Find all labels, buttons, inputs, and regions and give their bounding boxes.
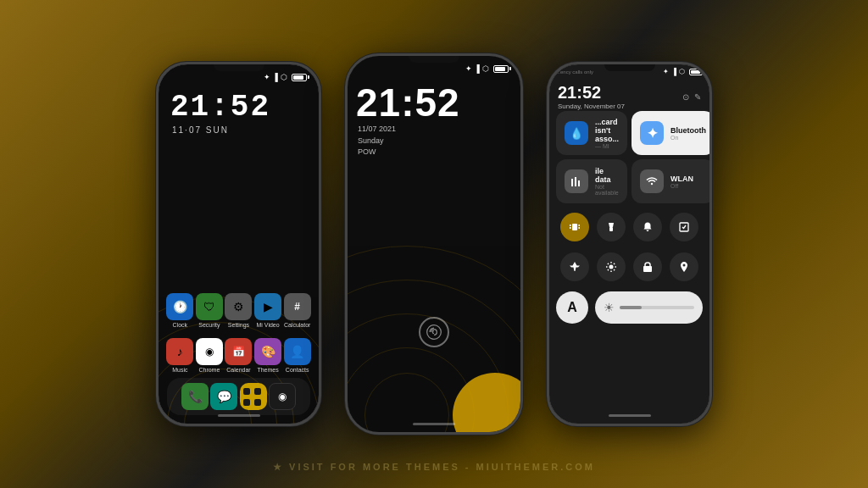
icon-grid-row-2 <box>556 252 703 281</box>
tile-bluetooth[interactable]: ✦ Bluetooth On <box>632 111 709 155</box>
app-chrome[interactable]: ◉ Chrome <box>195 338 224 373</box>
bottom-controls: A ☀ <box>556 291 703 324</box>
svg-rect-6 <box>570 227 571 229</box>
home-bar-3 <box>609 414 651 417</box>
vibrate-btn[interactable] <box>560 213 589 241</box>
screenshot-btn[interactable] <box>670 213 698 241</box>
themes-icon: 🎨 <box>254 338 281 365</box>
home-bar-1 <box>218 414 260 417</box>
contacts-icon: 👤 <box>284 338 311 365</box>
bell-btn[interactable] <box>633 213 662 241</box>
app-contacts[interactable]: 👤 Contacts <box>283 338 312 373</box>
fingerprint-icon[interactable] <box>419 317 449 347</box>
location-btn[interactable] <box>670 252 698 281</box>
mobiledata-icon <box>565 169 588 193</box>
clock-label: Clock <box>173 322 188 328</box>
accessibility-btn[interactable]: A <box>556 291 588 324</box>
signal-icon-1: ▐ <box>273 73 278 81</box>
lock-btn[interactable] <box>633 252 662 281</box>
calendar-label: Calendar <box>226 367 250 373</box>
tile-bluetooth-subtitle: On <box>670 135 706 141</box>
dock-phone[interactable]: 📞 <box>181 383 209 410</box>
phone2-date-line3: POW <box>358 147 396 158</box>
app-music[interactable]: ♪ Music <box>165 338 194 373</box>
app-themes[interactable]: 🎨 Themes <box>253 338 282 373</box>
mivideo-label: Mi Video <box>257 322 280 328</box>
svg-rect-8 <box>578 227 580 229</box>
wifi-icon-1: ⬡ <box>281 73 287 81</box>
battery-icon-2 <box>493 65 509 73</box>
app-settings[interactable]: ⚙ Settings <box>224 293 253 328</box>
calc-label: Calculator <box>284 322 311 328</box>
phone-1: ✦ ▐ ⬡ 21:52 11·07 SUN 🕐 Clock 🛡 Security <box>156 62 321 426</box>
tile-wlan[interactable]: WLAN Off <box>632 159 709 203</box>
tile-mobiledata[interactable]: ile data Not available <box>556 159 627 203</box>
settings-label: Settings <box>228 322 249 328</box>
phone1-date: 11·07 SUN <box>172 125 229 135</box>
status-icons-3: ✦ ▐ ⬡ <box>663 68 703 75</box>
phone3-time: 21:52 <box>558 83 625 103</box>
svg-line-18 <box>614 269 615 270</box>
phone2-time: 21:52 <box>356 80 460 125</box>
app-mivideo[interactable]: ▶ Mi Video <box>253 293 282 328</box>
tile-bluetooth-text: Bluetooth On <box>670 126 706 141</box>
bluetooth-icon-2: ✦ <box>465 64 472 73</box>
folder-icon <box>240 383 267 410</box>
svg-rect-21 <box>643 266 652 272</box>
tile-card[interactable]: 💧 ...card isn't asso... — MI <box>556 111 627 155</box>
svg-marker-9 <box>609 223 614 227</box>
icon-grid-row-1 <box>556 213 703 241</box>
app-grid-1: 🕐 Clock 🛡 Security ⚙ Settings ▶ Mi Video… <box>159 293 319 373</box>
svg-rect-7 <box>578 225 580 226</box>
security-label: Security <box>198 322 220 328</box>
battery-icon-3 <box>689 69 703 75</box>
airplane-btn[interactable] <box>560 252 589 281</box>
tile-mobiledata-text: ile data Not available <box>595 167 619 196</box>
calc-icon: # <box>284 293 311 320</box>
phone2-date-block: 11/07 2021 Sunday POW <box>358 124 396 158</box>
battery-icon-1 <box>292 74 307 81</box>
tile-mobiledata-title: ile data <box>595 167 619 184</box>
brightness-bar[interactable]: ☀ <box>595 291 703 324</box>
card-icon: 💧 <box>565 121 588 145</box>
dock-folder[interactable] <box>239 383 268 410</box>
dock-1: 📞 💬 ◉ <box>167 378 310 415</box>
app-security[interactable]: 🛡 Security <box>195 293 224 328</box>
phone3-date: Sunday, November 07 <box>558 103 625 110</box>
tile-card-subtitle: — MI <box>595 143 619 149</box>
brightness-btn[interactable] <box>597 252 626 281</box>
app-row-2: ♪ Music ◉ Chrome 📅 Calendar 🎨 Themes 👤 <box>165 338 312 373</box>
music-label: Music <box>172 367 187 373</box>
bluetooth-icon-1: ✦ <box>264 73 270 81</box>
svg-rect-5 <box>570 225 571 226</box>
svg-point-12 <box>609 265 613 269</box>
calendar-icon: 📅 <box>225 338 252 365</box>
settings-icon: ⚙ <box>225 293 252 320</box>
chrome-label: Chrome <box>198 367 220 373</box>
tile-wlan-title: WLAN <box>670 175 706 183</box>
phone3-screen: ...ency calls only ✦ ▐ ⬡ 21:52 Sunday, N… <box>549 64 709 424</box>
signal-icon-3: ▐ <box>671 68 676 75</box>
dock-messages[interactable]: 💬 <box>209 383 238 410</box>
app-clock[interactable]: 🕐 Clock <box>165 293 194 328</box>
svg-rect-2 <box>578 180 580 186</box>
phone2-screen: ✦ ▐ ⬡ 21:52 11/07 2021 Sunday POW <box>348 56 520 432</box>
security-icon: 🛡 <box>196 293 223 320</box>
flashlight-btn[interactable] <box>597 213 626 241</box>
brightness-track <box>620 306 694 309</box>
phone2-date-line1: 11/07 2021 <box>358 124 396 136</box>
music-icon: ♪ <box>166 338 193 365</box>
dock-store[interactable]: ◉ <box>268 383 297 410</box>
messages-icon: 💬 <box>210 383 237 410</box>
alarm-icon: ⊙ <box>682 92 689 102</box>
signal-icon-2: ▐ <box>475 64 480 73</box>
phone-2: ✦ ▐ ⬡ 21:52 11/07 2021 Sunday POW <box>345 53 523 435</box>
status-bar-2: ✦ ▐ ⬡ <box>348 64 520 73</box>
status-bar-1: ✦ ▐ ⬡ <box>159 73 319 81</box>
tile-card-text: ...card isn't asso... — MI <box>595 118 619 149</box>
app-calculator[interactable]: # Calculator <box>283 293 312 328</box>
tile-wlan-subtitle: Off <box>670 183 706 189</box>
watermark: ★ VISIT FOR MORE THEMES - MIUITHEMER.COM <box>273 462 595 473</box>
wifi-icon-2: ⬡ <box>482 64 489 73</box>
app-calendar[interactable]: 📅 Calendar <box>224 338 253 373</box>
